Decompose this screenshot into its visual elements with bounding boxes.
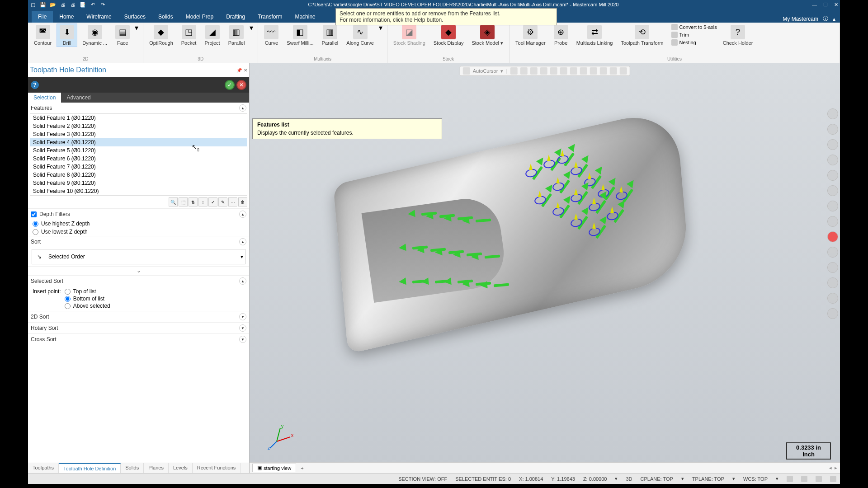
print2-icon[interactable]: 🖨 <box>70 1 76 8</box>
ribbon-collapse-icon[interactable]: ▴ <box>833 16 835 22</box>
chevron-up-icon[interactable]: ▲ <box>239 238 246 245</box>
chevron-down-icon[interactable]: ▼ <box>239 313 246 320</box>
curve-button[interactable]: 〰Curve <box>261 23 282 47</box>
vp-tool-6[interactable] <box>560 67 567 75</box>
view-bubble-9[interactable] <box>827 231 838 242</box>
depth-filters-checkbox[interactable] <box>31 211 37 217</box>
options-icon[interactable]: ⋯ <box>228 197 237 206</box>
vp-tool-11[interactable] <box>609 67 617 75</box>
depth-filters-header[interactable]: Depth Filters ▲ <box>28 209 249 220</box>
tab-drafting[interactable]: Drafting <box>220 11 251 23</box>
view-bubble-2[interactable] <box>827 124 838 135</box>
feature-item[interactable]: Solid Feature 1 (Ø0.1220) <box>30 114 247 122</box>
feature-item[interactable]: Solid Feature 9 (Ø0.1220) <box>30 179 247 187</box>
chevron-up-icon[interactable]: ▲ <box>239 211 246 218</box>
delete-icon[interactable]: 🗑 <box>238 197 247 206</box>
multiaxis-linking-button[interactable]: ⇄Multiaxis Linking <box>573 23 616 47</box>
feature-item[interactable]: Solid Feature 6 (Ø0.1220) <box>30 155 247 163</box>
undo-icon[interactable]: ↶ <box>90 1 96 8</box>
save-icon[interactable]: 💾 <box>40 1 46 8</box>
view-bubble-5[interactable] <box>827 170 838 181</box>
tplane-status[interactable]: TPLANE: TOP <box>692 476 724 482</box>
trim-button[interactable]: Trim <box>670 31 718 38</box>
drill-button[interactable]: ⬇Drill <box>57 23 77 47</box>
sub-tab-advanced[interactable]: Advanced <box>61 93 96 103</box>
autocursor-label[interactable]: AutoCursor <box>473 68 498 74</box>
select-icon[interactable]: ⬚ <box>179 197 188 206</box>
check-holder-button[interactable]: ?Check Holder <box>720 23 756 47</box>
panel-pin-icon[interactable]: 📌 <box>236 68 242 73</box>
expand-row[interactable]: ⌄ <box>28 266 249 275</box>
status-icon-4[interactable] <box>830 476 836 482</box>
zoom-icon[interactable]: 🔍 <box>169 197 178 206</box>
stock-shading-button[interactable]: ◪Stock Shading <box>390 23 429 47</box>
cplane-status[interactable]: CPLANE: TOP <box>641 476 673 482</box>
tab-toolpaths[interactable]: Toolpaths <box>28 463 59 473</box>
view-bubble-11[interactable] <box>827 262 838 273</box>
parallel-ma-button[interactable]: ▥Parallel <box>319 23 342 47</box>
status-icon-1[interactable] <box>787 476 793 482</box>
maximize-button[interactable]: ☐ <box>823 2 828 8</box>
new-file-icon[interactable]: ▢ <box>30 1 36 8</box>
tab-hole-definition[interactable]: Toolpath Hole Definition <box>59 463 121 473</box>
status-icon-3[interactable] <box>816 476 822 482</box>
tab-levels[interactable]: Levels <box>169 463 193 473</box>
selected-sort-header[interactable]: Selected Sort ▲ <box>28 276 249 286</box>
bottom-of-list-radio[interactable] <box>65 296 71 302</box>
dynamic-button[interactable]: ◉Dynamic ... <box>79 23 110 47</box>
wcs-status[interactable]: WCS: TOP <box>743 476 768 482</box>
reverse-icon[interactable]: ↕ <box>198 197 208 206</box>
vp-tool-8[interactable] <box>580 67 587 75</box>
feature-item[interactable]: Solid Feature 2 (Ø0.1220) <box>30 122 247 130</box>
feature-item[interactable]: Solid Feature 10 (Ø0.1220) <box>30 187 247 195</box>
face-button[interactable]: ▤Face <box>112 23 133 47</box>
convert-5axis-button[interactable]: Convert to 5-axis <box>670 23 718 31</box>
status-icon-2[interactable] <box>801 476 807 482</box>
stock-model-button[interactable]: ◈Stock Model ▾ <box>468 23 506 47</box>
feature-item[interactable]: Solid Feature 5 (Ø0.1220) <box>30 146 247 155</box>
chevron-down-icon[interactable]: ▼ <box>239 336 246 343</box>
panel-help-icon[interactable]: ? <box>31 81 39 89</box>
vp-tool-2[interactable] <box>520 67 527 75</box>
tab-home[interactable]: Home <box>53 11 80 23</box>
tool-manager-button[interactable]: ⚙Tool Manager <box>512 23 549 47</box>
project-button[interactable]: ◢Project <box>201 23 223 47</box>
vp-tool-3[interactable] <box>530 67 537 75</box>
vp-next-button[interactable]: ▸ <box>835 465 837 471</box>
view-bubble-12[interactable] <box>827 277 838 288</box>
above-selected-radio[interactable] <box>65 303 71 309</box>
sort-select[interactable]: ↘ Selected Order ▾ <box>32 249 245 264</box>
swarf-button[interactable]: ◧Swarf Milli... <box>283 23 316 47</box>
sort-icon[interactable]: ⇅ <box>189 197 198 206</box>
pocket-button[interactable]: ◳Pocket <box>178 23 200 47</box>
vp-tool-5[interactable] <box>550 67 557 75</box>
feature-item[interactable]: Solid Feature 7 (Ø0.1220) <box>30 163 247 171</box>
view-bubble-6[interactable] <box>827 185 838 196</box>
tab-surfaces[interactable]: Surfaces <box>118 11 152 23</box>
parallel-3d-button[interactable]: ▥Parallel <box>225 23 248 47</box>
feature-item[interactable]: Solid Feature 4 (Ø0.1220) <box>30 138 247 146</box>
sort-2d-header[interactable]: 2D Sort ▼ <box>28 311 249 322</box>
mode-3d[interactable]: 3D <box>626 476 632 482</box>
open-icon[interactable]: 📂 <box>50 1 56 8</box>
sort-header[interactable]: Sort ▲ <box>28 236 249 247</box>
tab-solids[interactable]: Solids <box>121 463 144 473</box>
redo-icon[interactable]: ↷ <box>99 1 106 8</box>
tab-recent-functions[interactable]: Recent Functions <box>193 463 241 473</box>
panel-close-icon[interactable]: ✕ <box>244 68 247 73</box>
sub-tab-selection[interactable]: Selection <box>28 93 61 103</box>
chevron-up-icon[interactable]: ▲ <box>239 104 246 112</box>
toolpath-transform-button[interactable]: ⟲Toolpath Transform <box>618 23 666 47</box>
feature-item[interactable]: Solid Feature 3 (Ø0.1220) <box>30 130 247 138</box>
optirough-button[interactable]: ◆OptiRough <box>146 23 176 47</box>
view-bubble-14[interactable] <box>827 308 838 319</box>
use-highest-z-radio[interactable] <box>33 221 38 227</box>
group-3d-more[interactable]: ▾ <box>250 23 255 32</box>
cross-sort-header[interactable]: Cross Sort ▼ <box>28 334 249 345</box>
check-icon[interactable]: ✓ <box>208 197 217 206</box>
vp-tool-4[interactable] <box>540 67 547 75</box>
vp-tool-10[interactable] <box>599 67 607 75</box>
view-bubble-13[interactable] <box>827 293 838 304</box>
group-2d-more[interactable]: ▾ <box>135 23 140 32</box>
nesting-button[interactable]: Nesting <box>670 39 718 46</box>
